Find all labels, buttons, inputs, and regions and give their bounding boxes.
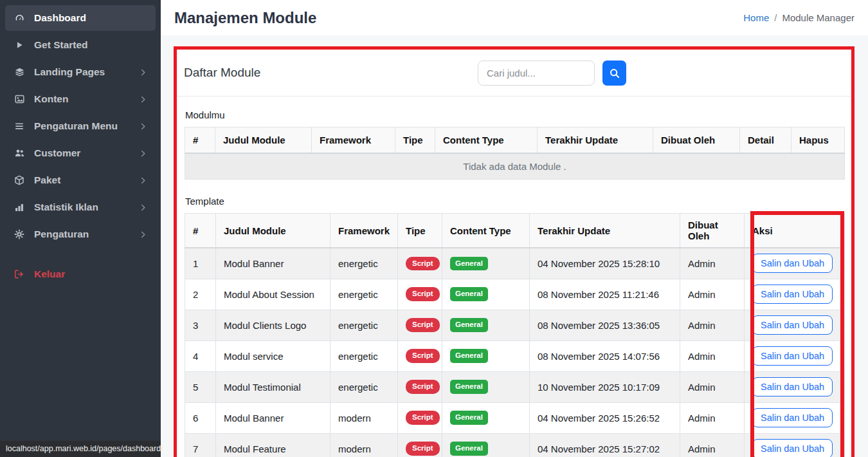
cell-judul-module: Modul About Session: [216, 279, 330, 310]
card-body: Modulmu #Judul ModuleFrameworkTipeConten…: [177, 97, 851, 457]
search-input[interactable]: [478, 61, 595, 86]
table-row: 7Modul FeaturemodernScriptGeneral04 Nove…: [185, 433, 845, 457]
sidebar-item-konten[interactable]: Konten: [5, 86, 156, 112]
play-icon: [13, 40, 26, 50]
cell-dibuat-oleh: Admin: [680, 402, 745, 433]
column-header: Tipe: [395, 127, 435, 153]
tipe-badge: Script: [406, 349, 440, 363]
sidebar-nav: DashboardGet StartedLanding PagesKontenP…: [0, 0, 161, 247]
cell-framework: modern: [330, 433, 398, 457]
content-type-badge: General: [450, 287, 488, 301]
column-header: Terakhir Update: [538, 127, 653, 153]
column-header: Detail: [740, 127, 791, 153]
app-root: DashboardGet StartedLanding PagesKontenP…: [0, 0, 868, 457]
cell-judul-module: Modul Clients Logo: [216, 310, 330, 340]
breadcrumb: Home / Module Manager: [743, 12, 854, 23]
salin-dan-ubah-button[interactable]: Salin dan Ubah: [752, 408, 833, 427]
column-header: Framework: [330, 214, 398, 248]
cell-number: 6: [185, 402, 216, 433]
sidebar-item-pengaturan-menu[interactable]: Pengaturan Menu: [5, 113, 156, 139]
chevron-right-icon: [139, 176, 148, 185]
cell-content-type: General: [442, 279, 530, 310]
tipe-badge: Script: [406, 380, 440, 394]
salin-dan-ubah-button[interactable]: Salin dan Ubah: [752, 284, 833, 304]
modulmu-empty-row: Tidak ada data Module .: [185, 153, 845, 180]
chevron-right-icon: [139, 230, 148, 239]
bar-chart-icon: [13, 202, 26, 212]
column-header: Content Type: [442, 214, 530, 248]
content-type-badge: General: [450, 349, 488, 363]
cell-judul-module: Modul Testimonial: [216, 371, 330, 402]
cell-terakhir-update: 08 November 2025 11:21:46: [530, 279, 680, 310]
modulmu-table: #Judul ModuleFrameworkTipeContent TypeTe…: [185, 127, 845, 180]
column-header: Framework: [312, 127, 395, 153]
sidebar-item-customer[interactable]: Customer: [5, 140, 156, 166]
card-header: Daftar Module: [177, 50, 851, 97]
modulmu-section-label: Modulmu: [185, 109, 844, 120]
column-header: Aksi: [745, 214, 845, 248]
page-title: Manajemen Module: [174, 9, 316, 27]
topbar: Manajemen Module Home / Module Manager: [161, 0, 868, 35]
sidebar-item-label: Paket: [34, 174, 139, 186]
column-header: Content Type: [435, 127, 538, 153]
salin-dan-ubah-button[interactable]: Salin dan Ubah: [752, 254, 833, 273]
cell-content-type: General: [442, 402, 530, 433]
chevron-right-icon: [139, 95, 148, 104]
sidebar-item-dashboard[interactable]: Dashboard: [5, 5, 156, 31]
cell-framework: modern: [330, 402, 398, 433]
sidebar-item-statistik-iklan[interactable]: Statistik Iklan: [5, 194, 156, 220]
search-button[interactable]: [602, 61, 626, 86]
sidebar-item-label: Keluar: [34, 268, 148, 280]
sidebar-item-label: Landing Pages: [34, 66, 139, 78]
template-table: #Judul ModuleFrameworkTipeContent TypeTe…: [185, 213, 845, 457]
cell-terakhir-update: 08 November 2025 13:36:05: [530, 310, 680, 340]
content-type-badge: General: [450, 380, 488, 394]
column-header: Judul Module: [216, 214, 330, 248]
template-section-label: Template: [185, 196, 844, 207]
cell-judul-module: Modul service: [216, 340, 330, 371]
table-row: 1Modul BannerenergeticScriptGeneral04 No…: [185, 248, 845, 279]
chevron-right-icon: [139, 68, 148, 77]
salin-dan-ubah-button[interactable]: Salin dan Ubah: [752, 346, 833, 366]
sidebar-item-paket[interactable]: Paket: [5, 167, 156, 193]
box-icon: [13, 175, 26, 185]
tipe-badge: Script: [406, 287, 440, 301]
sidebar-item-keluar[interactable]: Keluar: [5, 261, 156, 287]
salin-dan-ubah-button[interactable]: Salin dan Ubah: [752, 377, 833, 396]
cell-dibuat-oleh: Admin: [680, 310, 745, 340]
sidebar-item-landing-pages[interactable]: Landing Pages: [5, 59, 156, 85]
sidebar: DashboardGet StartedLanding PagesKontenP…: [0, 0, 161, 457]
breadcrumb-current: Module Manager: [782, 12, 854, 23]
cell-terakhir-update: 04 November 2025 15:28:10: [530, 248, 680, 279]
table-row: 5Modul TestimonialenergeticScriptGeneral…: [185, 371, 845, 402]
template-header-row: #Judul ModuleFrameworkTipeContent TypeTe…: [185, 214, 845, 248]
sidebar-item-get-started[interactable]: Get Started: [5, 32, 156, 58]
sidebar-item-label: Pengaturan Menu: [34, 120, 139, 132]
salin-dan-ubah-button[interactable]: Salin dan Ubah: [752, 315, 833, 335]
cell-framework: energetic: [330, 310, 398, 340]
chevron-right-icon: [139, 203, 148, 212]
cell-tipe: Script: [398, 279, 442, 310]
cell-number: 2: [185, 279, 216, 310]
cell-number: 5: [185, 371, 216, 402]
sidebar-item-label: Customer: [34, 147, 139, 159]
column-header: Tipe: [398, 214, 442, 248]
sidebar-item-pengaturan[interactable]: Pengaturan: [5, 221, 156, 247]
cell-content-type: General: [442, 371, 530, 402]
cell-judul-module: Modul Banner: [216, 402, 330, 433]
cell-aksi: Salin dan Ubah: [745, 248, 845, 279]
gauge-icon: [13, 13, 26, 23]
cell-dibuat-oleh: Admin: [680, 340, 745, 371]
users-icon: [13, 148, 26, 158]
main-content: Manajemen Module Home / Module Manager D…: [161, 0, 868, 457]
module-manager-card: Daftar Module Modulmu: [174, 46, 854, 457]
table-row: 2Modul About SessionenergeticScriptGener…: [185, 279, 845, 310]
cell-dibuat-oleh: Admin: [680, 371, 745, 402]
sidebar-item-label: Statistik Iklan: [34, 201, 139, 213]
menu-list-icon: [13, 121, 26, 131]
breadcrumb-home-link[interactable]: Home: [743, 12, 769, 23]
chevron-right-icon: [139, 122, 148, 131]
salin-dan-ubah-button[interactable]: Salin dan Ubah: [752, 439, 833, 457]
cell-aksi: Salin dan Ubah: [745, 310, 845, 340]
column-header: Hapus: [791, 127, 845, 153]
